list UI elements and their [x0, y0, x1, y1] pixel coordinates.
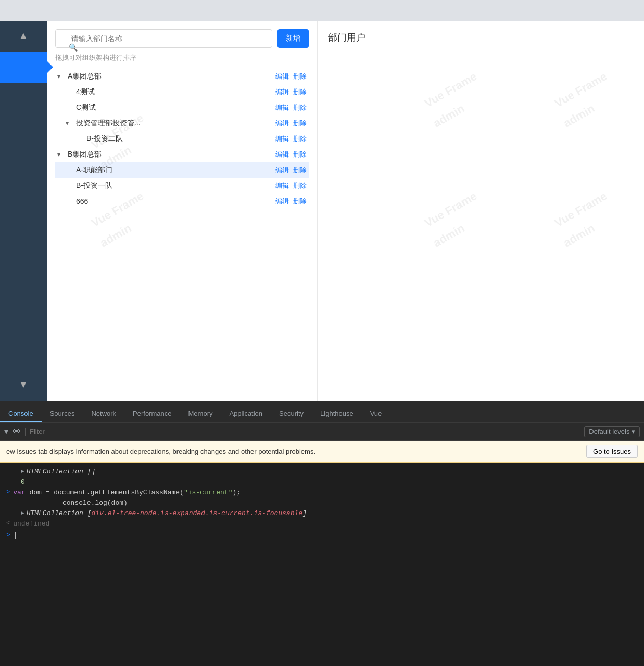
delete-link[interactable]: 删除 — [293, 150, 307, 159]
devtools: Console Sources Network Performance Memo… — [0, 401, 644, 666]
edit-link[interactable]: 编辑 — [275, 72, 289, 81]
console-number: 0 — [21, 478, 25, 486]
tree-item[interactable]: ▾ B集团总部 编辑 删除 — [55, 147, 309, 162]
delete-link[interactable]: 删除 — [293, 103, 307, 112]
watermark-4: Vue Frame — [552, 70, 610, 110]
tree-item[interactable]: 4测试 编辑 删除 — [55, 84, 309, 100]
search-icon: 🔍 — [69, 43, 78, 52]
delete-link[interactable]: 删除 — [293, 87, 307, 97]
tab-sources[interactable]: Sources — [42, 405, 83, 422]
toolbar-separator — [25, 428, 26, 436]
watermark-admin-3: admin — [431, 102, 467, 131]
tree-label: A集团总部 — [68, 72, 275, 81]
sidebar: ▲ ▼ — [0, 21, 47, 401]
delete-link[interactable]: 删除 — [293, 165, 307, 175]
tree-actions: 编辑 删除 — [275, 87, 307, 97]
tab-network[interactable]: Network — [83, 405, 124, 422]
console-collection-item: div.el-tree-node.is-expanded.is-current.… — [91, 509, 302, 517]
right-panel-title: 部门用户 — [328, 31, 634, 44]
sidebar-arrow-up[interactable]: ▲ — [19, 30, 28, 41]
tree-toggle[interactable]: ▾ — [57, 73, 66, 80]
edit-link[interactable]: 编辑 — [275, 119, 289, 128]
tree-toggle[interactable]: ▾ — [66, 120, 74, 127]
tree-label: B-投资一队 — [76, 181, 275, 190]
tab-vue[interactable]: Vue — [362, 405, 390, 422]
console-undefined: undefined — [13, 520, 49, 528]
devtools-tabs: Console Sources Network Performance Memo… — [0, 401, 644, 423]
console-collection-start: HTMLCollection [ — [27, 509, 92, 517]
edit-link[interactable]: 编辑 — [275, 103, 289, 112]
expand-icon-2[interactable]: ▶ — [21, 509, 24, 516]
sort-hint: 拖拽可对组织架构进行排序 — [55, 53, 309, 62]
tree-item-highlighted[interactable]: A-职能部门 编辑 删除 — [55, 162, 309, 178]
console-prompt[interactable]: > | — [0, 529, 644, 541]
tab-performance[interactable]: Performance — [124, 405, 180, 422]
edit-link[interactable]: 编辑 — [275, 197, 289, 206]
tree-label: A-职能部门 — [76, 165, 275, 175]
tree-label: 666 — [76, 197, 275, 206]
right-panel: Vue Frame admin Vue Frame admin Vue Fram… — [318, 21, 644, 401]
tree-toggle[interactable]: ▾ — [57, 151, 66, 158]
tree-item[interactable]: 666 编辑 删除 — [55, 194, 309, 209]
delete-link[interactable]: 删除 — [293, 181, 307, 190]
tab-memory[interactable]: Memory — [180, 405, 221, 422]
tree-item[interactable]: ▾ A集团总部 编辑 删除 — [55, 69, 309, 84]
watermark-5: Vue Frame — [422, 189, 479, 230]
main-content: Vue Frame admin Vue Frame admin 🔍 新增 拖拽可… — [47, 21, 644, 401]
console-line: ▶ HTMLCollection [] — [0, 467, 644, 477]
filter-dropdown-icon[interactable]: ▾ — [4, 427, 8, 437]
tree-container: ▾ A集团总部 编辑 删除 4测试 编辑 删除 — [55, 69, 309, 209]
sidebar-active-item[interactable] — [0, 52, 47, 83]
issues-banner-text: ew Issues tab displays information about… — [6, 447, 586, 455]
tab-application[interactable]: Application — [221, 405, 271, 422]
tree-actions: 编辑 删除 — [275, 119, 307, 128]
default-levels-dropdown[interactable]: Default levels ▾ — [584, 426, 640, 437]
search-input[interactable] — [55, 29, 272, 48]
tree-item[interactable]: B-投资二队 编辑 删除 — [55, 131, 309, 147]
tab-console[interactable]: Console — [0, 405, 42, 422]
tab-lighthouse[interactable]: Lighthouse — [312, 405, 362, 422]
filter-input[interactable] — [30, 428, 580, 436]
edit-link[interactable]: 编辑 — [275, 181, 289, 190]
tree-label: B集团总部 — [68, 150, 275, 159]
edit-link[interactable]: 编辑 — [275, 165, 289, 175]
issues-banner: ew Issues tab displays information about… — [0, 441, 644, 463]
sidebar-arrow-down[interactable]: ▼ — [19, 379, 28, 390]
tree-actions: 编辑 删除 — [275, 134, 307, 144]
delete-link[interactable]: 删除 — [293, 72, 307, 81]
tree-actions: 编辑 删除 — [275, 72, 307, 81]
go-to-issues-button[interactable]: Go to Issues — [586, 445, 638, 458]
expand-icon[interactable]: ▶ — [21, 468, 24, 475]
tree-actions: 编辑 删除 — [275, 103, 307, 112]
tree-item[interactable]: ▾ 投资管理部投资管... 编辑 删除 — [55, 116, 309, 131]
edit-link[interactable]: 编辑 — [275, 150, 289, 159]
right-watermark-container: Vue Frame admin Vue Frame admin Vue Fram… — [318, 21, 644, 401]
search-row: 🔍 新增 — [55, 29, 309, 48]
tree-label: 投资管理部投资管... — [76, 119, 275, 128]
tree-actions: 编辑 删除 — [275, 197, 307, 206]
console-output-arrow: < — [6, 520, 10, 527]
watermark-admin-6: admin — [561, 222, 597, 250]
delete-link[interactable]: 删除 — [293, 134, 307, 144]
tree-actions: 编辑 删除 — [275, 181, 307, 190]
watermark-admin-4: admin — [561, 102, 597, 131]
watermark-admin-2: admin — [98, 222, 134, 250]
tree-actions: 编辑 删除 — [275, 165, 307, 175]
add-button[interactable]: 新增 — [277, 29, 309, 48]
devtools-toolbar: ▾ 👁 Default levels ▾ — [0, 423, 644, 441]
edit-link[interactable]: 编辑 — [275, 134, 289, 144]
console-paren: ); — [233, 489, 241, 496]
console-log-text: console.log(dom) — [21, 499, 128, 507]
tab-security[interactable]: Security — [271, 405, 312, 422]
console-line-zero: 0 — [0, 477, 644, 488]
console-prompt-arrow: > — [6, 531, 10, 539]
eye-icon[interactable]: 👁 — [12, 427, 21, 437]
tree-item[interactable]: C测试 编辑 删除 — [55, 100, 309, 116]
delete-link[interactable]: 删除 — [293, 119, 307, 128]
console-collection-end: ] — [302, 509, 307, 517]
tree-actions: 编辑 删除 — [275, 150, 307, 159]
delete-link[interactable]: 删除 — [293, 197, 307, 206]
tree-item[interactable]: B-投资一队 编辑 删除 — [55, 178, 309, 194]
edit-link[interactable]: 编辑 — [275, 87, 289, 97]
console-line-collection: ▶ HTMLCollection [div.el-tree-node.is-ex… — [0, 508, 644, 519]
